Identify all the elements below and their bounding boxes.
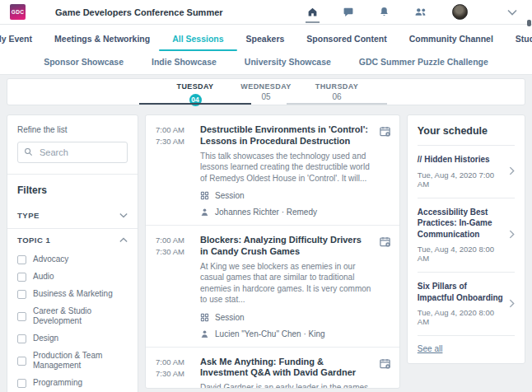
checkbox[interactable]	[17, 273, 26, 282]
tab-indie-showcase[interactable]: Indie Showcase	[152, 57, 217, 67]
tab-student-channel[interactable]: Student Channel	[516, 34, 532, 44]
day-tab-thursday[interactable]: THURSDAY 06	[301, 79, 372, 105]
app-header: GDC Game Developers Conference Summer	[0, 0, 532, 25]
session-title[interactable]: Blockers: Analyzing Difficulty Drivers i…	[200, 235, 371, 258]
tab-all-sessions[interactable]: All Sessions	[172, 34, 223, 44]
filter-group-type[interactable]: TYPE	[17, 204, 128, 228]
tab-sponsored-content[interactable]: Sponsored Content	[306, 34, 386, 44]
your-schedule-title: Your schedule	[418, 125, 515, 146]
topic-option-business-marketing[interactable]: Business & Marketing	[17, 289, 128, 299]
session-speaker: Lucien "Yen-Chu" Chen · King	[200, 329, 371, 338]
filter-group-topic1[interactable]: TOPIC 1	[17, 229, 128, 253]
session-card-destructible-environments[interactable]: 7:00 AM7:30 AM Destructible Environments…	[146, 115, 399, 226]
app-title: Game Developers Conference Summer	[55, 7, 223, 17]
sessions-list: 7:00 AM7:30 AM Destructible Environments…	[145, 114, 400, 389]
chevron-down-icon	[119, 212, 128, 218]
divider	[7, 174, 138, 175]
gdc-logo[interactable]: GDC	[10, 4, 26, 20]
see-all-link[interactable]: See all	[418, 344, 443, 353]
refine-label: Refine the list	[17, 125, 128, 134]
category-grid-icon	[200, 313, 209, 322]
date-tabs: TUESDAY 04 WEDNESDAY 05 THURSDAY 06	[7, 78, 525, 105]
tab-sponsor-showcase[interactable]: Sponsor Showcase	[44, 57, 124, 67]
speaker-person-icon	[200, 208, 209, 217]
session-time: 7:00 AM7:30 AM	[156, 235, 193, 338]
tab-meetings-networking[interactable]: Meetings & Networking	[54, 34, 150, 44]
checkbox[interactable]	[17, 379, 26, 388]
day-tab-tuesday[interactable]: TUESDAY 04	[160, 79, 231, 105]
checkbox[interactable]	[17, 290, 26, 299]
checkbox[interactable]	[17, 334, 26, 343]
chat-icon[interactable]	[343, 7, 354, 17]
add-to-schedule-icon[interactable]	[379, 357, 391, 390]
your-schedule-panel: Your schedule // Hidden Histories Tue, A…	[407, 114, 525, 364]
session-time: 7:00 AM7:30 AM	[156, 357, 193, 390]
home-icon[interactable]	[307, 7, 318, 17]
search-input[interactable]	[17, 142, 128, 163]
topic-option-production-team-management[interactable]: Production & Team Management	[17, 351, 128, 371]
speaker-person-icon	[200, 329, 209, 338]
tab-gdc-summer-puzzle-challenge[interactable]: GDC Summer Puzzle Challenge	[359, 57, 488, 67]
tab-community-channel[interactable]: Community Channel	[409, 34, 493, 44]
chevron-up-icon	[119, 237, 128, 243]
topic-option-advocacy[interactable]: Advocacy	[17, 254, 128, 264]
session-speaker: Johannes Richter · Remedy	[200, 208, 371, 217]
filters-panel: Refine the list Filters TYPE TOPIC 1 Adv…	[7, 114, 138, 392]
schedule-item-accessibility-best-practices[interactable]: Accessibility Best Practices: In-Game Co…	[418, 198, 515, 273]
session-description: David Gardner is an early leader in the …	[200, 382, 371, 389]
chevron-down-icon[interactable]	[507, 9, 517, 16]
chevron-right-icon	[509, 166, 515, 175]
checkbox[interactable]	[17, 255, 26, 264]
search-icon	[24, 147, 33, 156]
day-date-badge: 04	[189, 94, 202, 106]
session-time: 7:00 AM7:30 AM	[156, 124, 193, 217]
people-icon[interactable]	[414, 7, 427, 17]
tab-speakers[interactable]: Speakers	[246, 34, 285, 44]
topic-option-programming[interactable]: Programming	[17, 378, 128, 388]
session-card-blockers-candy-crush[interactable]: 7:00 AM7:30 AM Blockers: Analyzing Diffi…	[146, 226, 399, 348]
tab-my-event[interactable]: My Event	[0, 34, 32, 44]
session-description: This talk showcases the technology used …	[200, 151, 371, 184]
add-to-schedule-icon[interactable]	[379, 236, 391, 338]
schedule-item-six-pillars-onboarding[interactable]: Six Pillars of Impactful Onboarding Tue,…	[418, 273, 515, 336]
session-type: Session	[200, 191, 371, 200]
scrollbar-thumb[interactable]	[527, 20, 531, 26]
schedule-item-hidden-histories[interactable]: // Hidden Histories Tue, Aug 4, 2020 7:0…	[418, 146, 515, 198]
user-avatar[interactable]	[452, 4, 468, 20]
session-type: Session	[200, 313, 371, 322]
tab-university-showcase[interactable]: University Showcase	[245, 57, 331, 67]
checkbox[interactable]	[17, 357, 26, 366]
session-title[interactable]: Ask Me Anything: Funding & Investment Q&…	[200, 357, 371, 380]
filters-heading: Filters	[17, 184, 128, 196]
session-card-ask-me-anything-david-gardner[interactable]: 7:00 AM7:30 AM Ask Me Anything: Funding …	[146, 348, 399, 390]
chevron-right-icon	[509, 299, 515, 308]
main-navigation: Home My Event Meetings & Networking All …	[0, 25, 532, 75]
topic-option-design[interactable]: Design	[17, 334, 128, 343]
checkbox[interactable]	[17, 312, 26, 321]
session-title[interactable]: Destructible Environments in 'Control': …	[200, 124, 371, 147]
session-description: At King we see blockers as enemies in ou…	[200, 261, 371, 306]
add-to-schedule-icon[interactable]	[379, 125, 391, 217]
category-grid-icon	[200, 191, 209, 200]
chevron-right-icon	[509, 230, 515, 239]
topic-option-career-studio-development[interactable]: Career & Studio Development	[17, 306, 128, 326]
topic-option-audio[interactable]: Audio	[17, 272, 128, 282]
notifications-bell-icon[interactable]	[379, 7, 390, 17]
day-tab-wednesday[interactable]: WEDNESDAY 05	[231, 79, 301, 105]
